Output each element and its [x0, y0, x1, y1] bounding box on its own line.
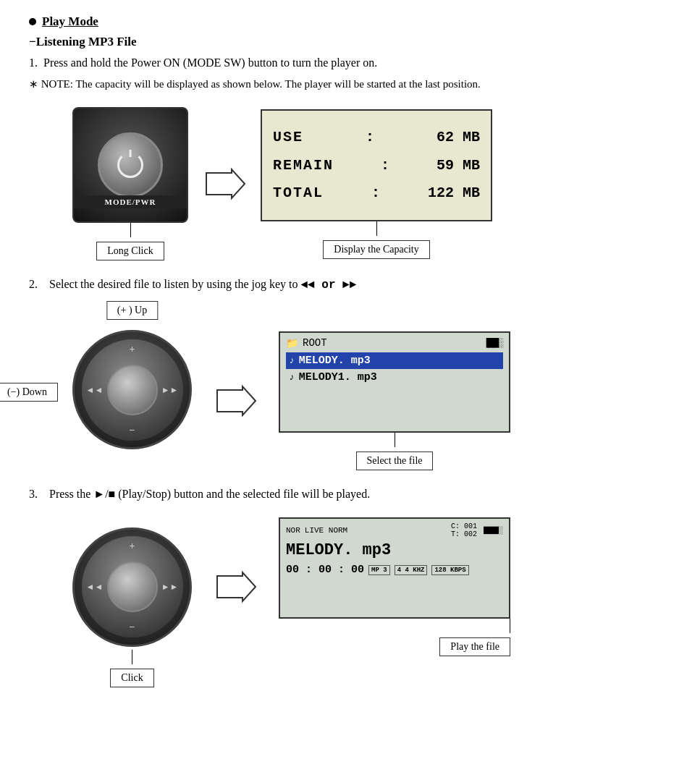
click-label-container: Click	[72, 650, 192, 687]
lcd-file-name-1: MELODY. mp3	[299, 355, 371, 367]
lcd-play-filename: MELODY. mp3	[286, 541, 503, 559]
step1-text: Press and hold the Power ON (MODE SW) bu…	[43, 56, 377, 69]
lcd-remain-colon: :	[381, 157, 389, 174]
lcd-play-container: NOR LIVE NORM C: 001 T: 002 ▐███░ MELODY…	[279, 517, 510, 656]
music-note-2: ♪	[289, 372, 295, 383]
lcd-nor-label: NOR	[286, 526, 300, 535]
display-capacity-label: Display the Capacity	[323, 240, 429, 259]
jog-inner-button[interactable]	[107, 365, 158, 415]
lcd-file-header: 📁 ROOT ▐██░	[286, 337, 503, 349]
plus-up-label: (+ ) Up	[106, 301, 158, 320]
jog-minus-2: −	[130, 622, 135, 633]
lcd-use-label: USE	[273, 129, 303, 145]
lcd-c-label: C: 001	[451, 522, 477, 530]
select-label-container: Select the file	[279, 433, 510, 470]
lcd-total-value: 122 MB	[428, 185, 480, 201]
play-file-label: Play the file	[439, 637, 510, 656]
step1: 1. Press and hold the Power ON (MODE SW)…	[29, 56, 671, 69]
diagram1: MODE/PWR Long Click USE : 62 MB REMAIN :…	[72, 107, 671, 260]
arrow-3	[214, 569, 257, 605]
battery-icon-3: ▐███░	[481, 527, 503, 535]
step3-text: Press the ►/■ (Play/Stop) button and the…	[49, 488, 370, 500]
section-title: −Listening MP3 File	[29, 35, 671, 49]
lcd-play-top: NOR LIVE NORM C: 001 T: 002 ▐███░	[286, 522, 503, 538]
label-line-4	[132, 650, 132, 664]
music-note-1: ♪	[289, 355, 295, 366]
lcd-file-item-1: ♪ MELODY. mp3	[286, 352, 503, 369]
step2: 2. Select the desired file to listen by …	[29, 275, 671, 295]
track-counter: C: 001 T: 002	[451, 522, 477, 538]
lcd-remain-label: REMAIN	[273, 157, 334, 174]
minus-down-label: (−) Down	[0, 383, 58, 402]
diagram2: (−) Down (+ ) Up + − ◄◄ ►►	[29, 310, 671, 470]
label-line-5	[510, 619, 510, 633]
step2-text: Select the desired file to listen by usi…	[49, 278, 298, 290]
note-text: ∗ NOTE: The capacity will be displayed a…	[29, 75, 671, 93]
lcd-capacity-screen: USE : 62 MB REMAIN : 59 MB TOTAL : 122 M…	[261, 109, 492, 221]
mode-pwr-label: MODE/PWR	[74, 195, 187, 208]
battery-icon-2: ▐██░	[484, 338, 503, 349]
lcd-badge-kbps: 128 KBPS	[431, 565, 468, 575]
lcd-file-name-2: MELODY1. mp3	[299, 371, 377, 383]
jog-plus-symbol: +	[130, 344, 135, 355]
lcd-file-container: 📁 ROOT ▐██░ ♪ MELODY. mp3 ♪ MELODY1. mp3…	[279, 331, 510, 470]
jog-inner-2[interactable]	[107, 561, 158, 612]
arrow-1	[203, 166, 246, 202]
mode-pwr-device: MODE/PWR	[72, 107, 188, 223]
mode-pwr-button[interactable]	[98, 132, 163, 198]
lcd-play-screen: NOR LIVE NORM C: 001 T: 002 ▐███░ MELODY…	[279, 517, 510, 619]
lcd-root-label: ROOT	[303, 337, 327, 349]
lcd-file-item-2: ♪ MELODY1. mp3	[286, 369, 503, 386]
jog-device-wrapper: (−) Down (+ ) Up + − ◄◄ ►►	[72, 330, 192, 449]
jog-minus-symbol: −	[130, 425, 135, 436]
jog-device-2[interactable]: + − ◄◄ ►►	[72, 527, 192, 647]
jog-left-2: ◄◄	[86, 582, 104, 593]
play-label-container: Play the file	[279, 619, 510, 656]
jog-right-2: ►►	[161, 582, 179, 593]
lcd-total-colon: :	[371, 185, 380, 201]
jog-plus-2: +	[130, 541, 135, 552]
jog-outer-ring: + − ◄◄ ►►	[82, 339, 183, 441]
lcd-use-value: 62 MB	[437, 129, 480, 145]
step1-num: 1.	[29, 56, 38, 69]
jog-device2-wrapper: + − ◄◄ ►► Click	[72, 527, 192, 647]
svg-marker-2	[217, 572, 256, 601]
jog-right-symbol: ►►	[161, 384, 179, 395]
step2-num: 2.	[29, 278, 38, 290]
click-label: Click	[110, 669, 153, 687]
lcd-badge-khz: 4 4 KHZ	[395, 565, 428, 575]
jog-left-symbol: ◄◄	[86, 384, 104, 395]
lcd-capacity-container: USE : 62 MB REMAIN : 59 MB TOTAL : 122 M…	[261, 109, 492, 259]
minus-down-label-container: (−) Down	[0, 378, 58, 402]
label-line-1	[130, 223, 131, 237]
select-file-label: Select the file	[356, 452, 434, 470]
diagram3: + − ◄◄ ►► Click	[29, 517, 671, 656]
lcd-file-screen: 📁 ROOT ▐██░ ♪ MELODY. mp3 ♪ MELODY1. mp3	[279, 331, 510, 433]
lcd-row-remain: REMAIN : 59 MB	[273, 157, 480, 174]
label-line-3	[395, 433, 395, 447]
lcd-play-time: 00 : 00 : 00	[286, 564, 364, 576]
lcd-remain-value: 59 MB	[437, 157, 480, 174]
jog-device[interactable]: + − ◄◄ ►►	[72, 330, 192, 449]
lcd-play-time-row: 00 : 00 : 00 MP 3 4 4 KHZ 128 KBPS	[286, 564, 503, 576]
lcd-play-top-right: C: 001 T: 002 ▐███░	[451, 522, 503, 538]
jog-row: (−) Down (+ ) Up + − ◄◄ ►►	[72, 310, 671, 470]
plus-up-label-container: (+ ) Up	[106, 297, 158, 320]
lcd-total-label: TOTAL	[273, 185, 324, 201]
lcd-use-colon: :	[366, 129, 374, 145]
lcd-badge-mp3: MP 3	[368, 565, 390, 575]
lcd-live-norm-label: LIVE NORM	[305, 526, 347, 535]
row3: + − ◄◄ ►► Click	[72, 517, 671, 656]
arrow-2	[214, 383, 257, 419]
mode-pwr-device-box: MODE/PWR Long Click	[72, 107, 188, 260]
long-click-label: Long Click	[96, 242, 164, 260]
step2-keys: ◄◄ or ►►	[300, 279, 356, 292]
bullet-dot	[29, 18, 36, 25]
step3-num: 3.	[29, 488, 38, 500]
label-line-2	[376, 221, 377, 236]
svg-marker-1	[217, 386, 256, 415]
page-title: Play Mode	[42, 14, 98, 29]
svg-marker-0	[206, 169, 245, 198]
lcd-play-top-left: NOR LIVE NORM	[286, 522, 347, 538]
jog-outer-ring-2: + − ◄◄ ►►	[82, 536, 183, 637]
